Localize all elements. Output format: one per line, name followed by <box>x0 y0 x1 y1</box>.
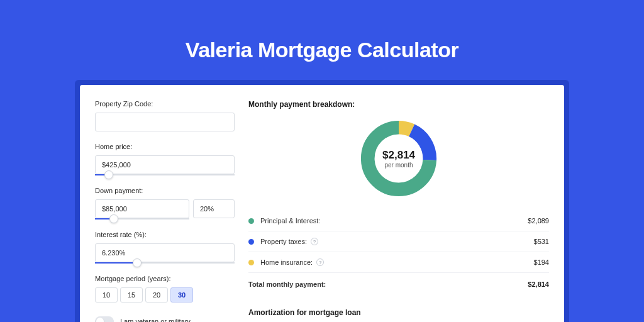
donut-chart-wrap: $2,814 per month <box>248 118 549 199</box>
donut-amount: $2,814 <box>382 149 415 162</box>
period-options: 10152030 <box>95 287 235 303</box>
zip-label: Property Zip Code: <box>95 100 235 108</box>
zip-field-block: Property Zip Code: <box>95 100 235 131</box>
donut-chart: $2,814 per month <box>358 118 440 199</box>
calculator-panel-shadow: Property Zip Code: Home price: Down paym… <box>75 80 569 322</box>
interest-slider-fill <box>95 262 137 264</box>
zip-input[interactable] <box>95 113 235 131</box>
home-price-slider-thumb[interactable] <box>104 170 113 179</box>
page-title: Valeria Mortgage Calculator <box>0 0 644 80</box>
legend-dot <box>248 218 254 224</box>
calculator-panel: Property Zip Code: Home price: Down paym… <box>80 85 564 322</box>
legend-dot <box>248 239 254 245</box>
down-payment-field-block: Down payment: <box>95 187 235 219</box>
interest-input[interactable] <box>95 243 235 262</box>
legend-total-label: Total monthly payment: <box>248 280 326 288</box>
veteran-toggle-knob <box>96 318 104 322</box>
interest-field-block: Interest rate (%): <box>95 231 235 264</box>
down-payment-slider-thumb[interactable] <box>109 214 118 223</box>
veteran-toggle[interactable] <box>95 316 114 322</box>
amortization-title: Amortization for mortgage loan <box>248 308 549 317</box>
home-price-field-block: Home price: <box>95 143 235 175</box>
legend-value: $531 <box>534 238 549 245</box>
breakdown-title: Monthly payment breakdown: <box>248 100 549 109</box>
legend-label: Home insurance: <box>260 258 313 266</box>
legend-row: Property taxes:?$531 <box>248 231 549 252</box>
down-payment-pct-input[interactable] <box>193 199 235 218</box>
donut-center: $2,814 per month <box>358 118 440 199</box>
down-payment-slider[interactable] <box>95 218 189 219</box>
legend-total-value: $2,814 <box>528 280 549 288</box>
veteran-toggle-row: I am veteran or military <box>95 316 235 322</box>
breakdown-column: Monthly payment breakdown: $2,814 per mo… <box>243 85 564 322</box>
amortization-section: Amortization for mortgage loan Amortizat… <box>248 308 549 322</box>
home-price-input[interactable] <box>95 155 235 174</box>
interest-label: Interest rate (%): <box>95 231 235 238</box>
legend-list: Principal & Interest:$2,089Property taxe… <box>248 211 549 273</box>
period-option-30[interactable]: 30 <box>170 287 193 303</box>
interest-slider[interactable] <box>95 262 235 264</box>
legend-row: Principal & Interest:$2,089 <box>248 211 549 231</box>
period-option-15[interactable]: 15 <box>120 287 143 303</box>
down-payment-label: Down payment: <box>95 187 235 194</box>
legend-total-row: Total monthly payment: $2,814 <box>248 273 549 294</box>
home-price-slider[interactable] <box>95 174 235 175</box>
legend-dot <box>248 260 254 265</box>
period-option-10[interactable]: 10 <box>95 287 118 303</box>
period-label: Mortgage period (years): <box>95 275 235 282</box>
period-option-20[interactable]: 20 <box>145 287 168 303</box>
veteran-toggle-label: I am veteran or military <box>120 318 191 322</box>
donut-sub: per month <box>384 162 413 169</box>
legend-label: Property taxes: <box>260 238 307 245</box>
legend-row: Home insurance:?$194 <box>248 252 549 273</box>
down-payment-input[interactable] <box>95 199 189 218</box>
period-field-block: Mortgage period (years): 10152030 <box>95 275 235 303</box>
legend-label: Principal & Interest: <box>260 217 320 225</box>
inputs-column: Property Zip Code: Home price: Down paym… <box>80 85 243 322</box>
help-icon[interactable]: ? <box>316 258 324 266</box>
interest-slider-thumb[interactable] <box>133 258 142 267</box>
home-price-label: Home price: <box>95 143 235 150</box>
help-icon[interactable]: ? <box>311 238 318 245</box>
legend-value: $2,089 <box>528 217 549 225</box>
legend-value: $194 <box>534 258 549 266</box>
